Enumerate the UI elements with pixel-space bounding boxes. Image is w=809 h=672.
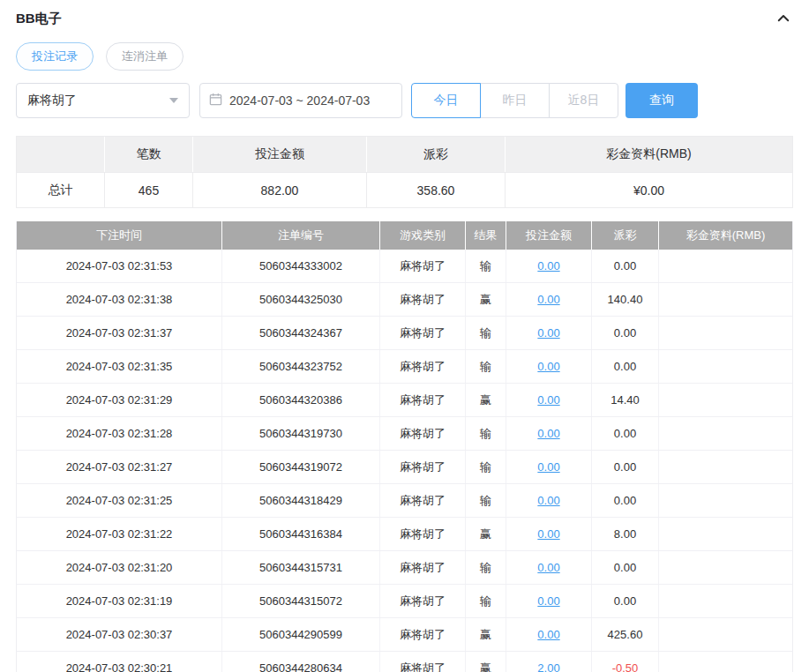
record-tabs: 投注记录 连消注单 — [0, 28, 809, 71]
summary-header-count: 笔数 — [105, 137, 193, 172]
game-category-cell: 麻将胡了 — [380, 384, 466, 416]
payout-cell: 8.00 — [592, 518, 659, 550]
bet-amount-link[interactable]: 2.00 — [537, 661, 559, 672]
summary-header-bonus: 彩金资料(RMB) — [506, 137, 792, 172]
bet-amount-link[interactable]: 0.00 — [537, 494, 559, 507]
result-cell: 输 — [466, 417, 506, 450]
records-header-row: 下注时间 注单编号 游戏类别 结果 投注金额 派彩 彩金资料(RMB) — [17, 221, 792, 250]
order-number-cell: 5060344316384 — [222, 518, 380, 550]
table-row: 2024-07-03 02:31:53 5060344333002 麻将胡了 输… — [17, 250, 792, 283]
tab-canceled-orders[interactable]: 连消注单 — [106, 42, 184, 71]
game-category-cell: 麻将胡了 — [380, 618, 466, 651]
quick-today-button[interactable]: 今日 — [411, 83, 481, 118]
chevron-down-icon — [169, 98, 178, 103]
bet-amount-link[interactable]: 0.00 — [537, 594, 559, 608]
table-row: 2024-07-03 02:30:21 5060344280634 麻将胡了 赢… — [17, 652, 792, 672]
quick-yesterday-button[interactable]: 昨日 — [480, 83, 550, 118]
summary-total-payout: 358.60 — [367, 173, 506, 207]
bonus-cell — [659, 283, 792, 316]
bet-amount-link[interactable]: 0.00 — [537, 527, 559, 541]
result-cell: 赢 — [466, 518, 506, 550]
panel-header: BB电子 — [0, 0, 809, 28]
result-cell: 赢 — [466, 384, 506, 416]
table-row: 2024-07-03 02:31:20 5060344315731 麻将胡了 输… — [17, 551, 792, 585]
game-category-cell: 麻将胡了 — [380, 652, 466, 672]
bet-amount-link[interactable]: 0.00 — [537, 427, 559, 440]
quick-last8days-button[interactable]: 近8日 — [549, 83, 618, 118]
result-cell: 输 — [466, 484, 506, 517]
bonus-cell — [659, 518, 792, 550]
bet-time-cell: 2024-07-03 02:31:38 — [17, 283, 222, 316]
result-cell: 输 — [466, 250, 506, 282]
bet-time-cell: 2024-07-03 02:30:21 — [17, 652, 222, 672]
bet-time-cell: 2024-07-03 02:31:37 — [17, 317, 222, 349]
game-select[interactable]: 麻将胡了 — [16, 83, 190, 118]
bonus-cell — [659, 451, 792, 483]
table-row: 2024-07-03 02:31:37 5060344324367 麻将胡了 输… — [17, 317, 792, 350]
bet-amount-link[interactable]: 0.00 — [537, 628, 559, 641]
bet-time-cell: 2024-07-03 02:31:53 — [17, 250, 222, 282]
bonus-cell — [659, 417, 792, 450]
records-table: 下注时间 注单编号 游戏类别 结果 投注金额 派彩 彩金资料(RMB) 2024… — [16, 221, 793, 672]
order-number-cell: 5060344319730 — [222, 417, 380, 450]
game-category-cell: 麻将胡了 — [380, 585, 466, 617]
table-row: 2024-07-03 02:31:19 5060344315072 麻将胡了 输… — [17, 585, 792, 618]
bet-amount-link[interactable]: 0.00 — [537, 460, 559, 474]
query-button[interactable]: 查询 — [625, 83, 698, 118]
order-number-cell: 5060344319072 — [222, 451, 380, 483]
table-row: 2024-07-03 02:31:38 5060344325030 麻将胡了 赢… — [17, 283, 792, 317]
table-row: 2024-07-03 02:30:37 5060344290599 麻将胡了 赢… — [17, 618, 792, 652]
col-header-bet-time: 下注时间 — [17, 221, 222, 250]
result-cell: 输 — [466, 350, 506, 383]
table-row: 2024-07-03 02:31:22 5060344316384 麻将胡了 赢… — [17, 518, 792, 551]
game-category-cell: 麻将胡了 — [380, 451, 466, 483]
summary-header-blank — [17, 137, 105, 172]
bet-amount-link[interactable]: 0.00 — [537, 360, 559, 373]
result-cell: 输 — [466, 317, 506, 349]
result-cell: 赢 — [466, 283, 506, 316]
game-category-cell: 麻将胡了 — [380, 551, 466, 584]
payout-cell: 425.60 — [592, 618, 659, 651]
col-header-game-category: 游戏类别 — [380, 221, 466, 250]
table-row: 2024-07-03 02:31:29 5060344320386 麻将胡了 赢… — [17, 384, 792, 417]
summary-header-bet: 投注金额 — [193, 137, 367, 172]
bet-amount-link[interactable]: 0.00 — [537, 326, 559, 340]
records-body: 2024-07-03 02:31:53 5060344333002 麻将胡了 输… — [17, 250, 792, 672]
result-cell: 赢 — [466, 618, 506, 651]
bet-amount-link[interactable]: 0.00 — [537, 293, 559, 306]
summary-total-bonus: ¥0.00 — [506, 173, 792, 207]
bonus-cell — [659, 350, 792, 383]
bonus-cell — [659, 317, 792, 349]
date-range-value: 2024-07-03 ~ 2024-07-03 — [229, 93, 370, 108]
payout-cell: 140.40 — [592, 283, 659, 316]
payout-cell: 14.40 — [592, 384, 659, 416]
payout-cell: 0.00 — [592, 250, 659, 282]
payout-cell: 0.00 — [592, 585, 659, 617]
col-header-bonus: 彩金资料(RMB) — [659, 221, 792, 250]
summary-total-label: 总计 — [17, 173, 105, 207]
collapse-button[interactable] — [774, 9, 793, 28]
payout-cell: 0.00 — [592, 350, 659, 383]
bet-time-cell: 2024-07-03 02:31:27 — [17, 451, 222, 483]
bet-time-cell: 2024-07-03 02:31:20 — [17, 551, 222, 584]
order-number-cell: 5060344323752 — [222, 350, 380, 383]
bonus-cell — [659, 652, 792, 672]
order-number-cell: 5060344318429 — [222, 484, 380, 517]
bet-amount-link[interactable]: 0.00 — [537, 561, 559, 574]
summary-total-row: 总计 465 882.00 358.60 ¥0.00 — [17, 172, 792, 207]
tab-bet-records[interactable]: 投注记录 — [16, 42, 94, 71]
bonus-cell — [659, 250, 792, 282]
bet-amount-link[interactable]: 0.00 — [537, 259, 559, 273]
order-number-cell: 5060344315072 — [222, 585, 380, 617]
bet-time-cell: 2024-07-03 02:30:37 — [17, 618, 222, 651]
result-cell: 输 — [466, 551, 506, 584]
date-range-input[interactable]: 2024-07-03 ~ 2024-07-03 — [199, 83, 402, 118]
payout-cell: 0.00 — [592, 451, 659, 483]
table-row: 2024-07-03 02:31:25 5060344318429 麻将胡了 输… — [17, 484, 792, 518]
table-row: 2024-07-03 02:31:27 5060344319072 麻将胡了 输… — [17, 451, 792, 484]
payout-cell: 0.00 — [592, 484, 659, 517]
bet-time-cell: 2024-07-03 02:31:28 — [17, 417, 222, 450]
game-category-cell: 麻将胡了 — [380, 484, 466, 517]
game-select-value: 麻将胡了 — [27, 93, 77, 108]
bet-amount-link[interactable]: 0.00 — [537, 393, 559, 407]
